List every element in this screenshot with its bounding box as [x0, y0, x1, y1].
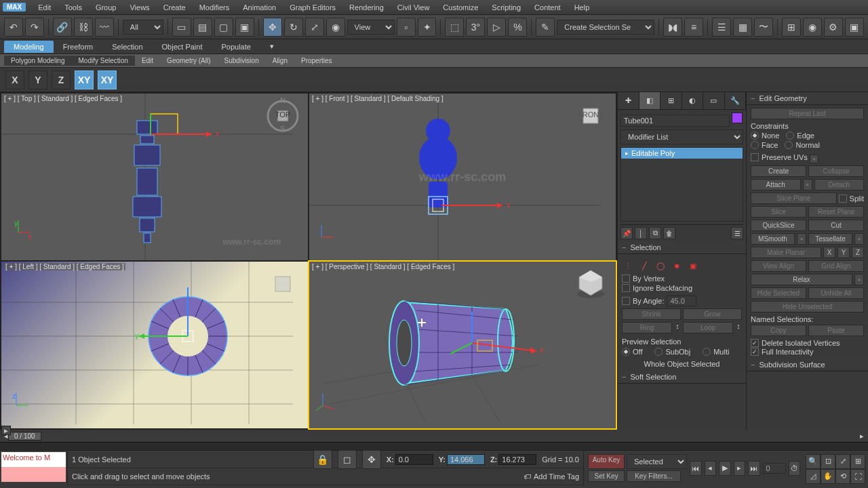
rect-region-button[interactable]: ▢ — [214, 18, 233, 37]
select-name-button[interactable]: ▤ — [193, 18, 212, 37]
full-interactivity-check[interactable]: Full Interactivity — [751, 348, 813, 356]
add-time-tag[interactable]: 🏷 Add Time Tag — [524, 472, 579, 481]
panel-align[interactable]: Align — [266, 56, 294, 66]
preview-off-radio[interactable]: Off — [622, 348, 642, 356]
material-editor[interactable]: ◉ — [803, 18, 822, 37]
menu-views[interactable]: Views — [123, 1, 156, 14]
panel-properties[interactable]: Properties — [294, 56, 339, 66]
viewport-left[interactable]: [ + ] [ Left ] [ Standard ] [ Edged Face… — [1, 262, 308, 428]
element-sel-icon[interactable]: ▣ — [687, 260, 699, 272]
constraint-normal[interactable]: Normal — [785, 141, 819, 149]
border-sel-icon[interactable]: ◯ — [654, 260, 667, 272]
attach-list-icon[interactable]: ▫ — [803, 179, 812, 190]
axis-x[interactable]: X — [5, 70, 24, 89]
menu-modifiers[interactable]: Modifiers — [193, 1, 237, 14]
align-button[interactable]: ≡ — [684, 18, 703, 37]
panel-geometry[interactable]: Geometry (All) — [160, 56, 217, 66]
planar-z[interactable]: Z — [852, 247, 864, 258]
keymode-select[interactable]: Selected — [627, 454, 687, 469]
axis-xy[interactable]: XY — [75, 70, 94, 89]
ring-button[interactable]: Ring — [622, 322, 672, 333]
slider-right-icon[interactable]: ▸ — [860, 432, 864, 441]
modifier-stack[interactable]: Editable Poly — [620, 147, 743, 222]
unlink-button[interactable]: ⛓ — [74, 18, 93, 37]
zoom-icon[interactable]: 🔍 — [806, 454, 821, 469]
make-unique-icon[interactable]: ⧉ — [649, 227, 661, 239]
hierarchy-tab-icon[interactable]: ⊞ — [660, 92, 682, 109]
time-thumb[interactable]: 0 / 100 — [8, 432, 41, 441]
panel-modifysel[interactable]: Modify Selection — [72, 56, 135, 66]
refcoord-select[interactable]: View — [347, 20, 395, 35]
sliceplane-button[interactable]: Slice Plane — [751, 192, 837, 204]
create-button[interactable]: Create — [751, 165, 806, 177]
slice-button[interactable]: Slice — [751, 206, 806, 218]
viewcube-icon[interactable]: FRONT — [574, 99, 608, 133]
manipulate-button[interactable]: ✦ — [418, 18, 437, 37]
preview-multi-radio[interactable]: Multi — [703, 348, 729, 356]
quickslice-button[interactable]: QuickSlice — [751, 220, 806, 231]
mirror-button[interactable]: ◗◖ — [663, 18, 682, 37]
goto-start-icon[interactable]: ⏮ — [690, 461, 702, 476]
by-vertex-check[interactable]: By Vertex — [622, 274, 665, 283]
relax-button[interactable]: Relax — [751, 274, 852, 285]
panel-edit[interactable]: Edit — [135, 56, 160, 66]
viewport-label[interactable]: [ + ] [ Left ] [ Standard ] [ Edged Face… — [4, 263, 125, 270]
menu-create[interactable]: Create — [157, 1, 193, 14]
detach-button[interactable]: Detach — [814, 179, 865, 190]
orbit-icon[interactable]: ⟲ — [835, 469, 850, 484]
placement-button[interactable]: ◉ — [326, 18, 345, 37]
select-button[interactable]: ▭ — [172, 18, 191, 37]
window-crossing-button[interactable]: ▣ — [235, 18, 254, 37]
menu-scripting[interactable]: Scripting — [485, 1, 528, 14]
render-setup[interactable]: ⚙ — [824, 18, 843, 37]
viewcube-icon[interactable] — [574, 267, 608, 301]
collapse-button[interactable]: Collapse — [808, 165, 864, 177]
viewport-label[interactable]: [ + ] [ Top ] [ Standard ] [ Edged Faces… — [4, 95, 122, 102]
menu-edit[interactable]: Edit — [31, 1, 58, 14]
cut-button[interactable]: Cut — [808, 220, 864, 231]
rollout-editgeometry[interactable]: Edit Geometry — [747, 92, 868, 105]
panel-subdivision[interactable]: Subdivision — [218, 56, 266, 66]
time-slider[interactable]: ◂ 0 / 100 ▸ — [0, 430, 868, 442]
time-config-icon[interactable]: ⏱ — [789, 461, 801, 476]
viewport-label[interactable]: [ + ] [ Front ] [ Standard ] [ Default S… — [312, 95, 443, 102]
maximize-vp-icon[interactable]: ⛶ — [850, 469, 865, 484]
snap-toggle[interactable]: ⬚ — [445, 18, 464, 37]
copy-sel-button[interactable]: Copy — [751, 325, 806, 336]
preserve-uv-check[interactable]: Preserve UVs — [751, 153, 808, 161]
object-name-input[interactable] — [620, 115, 730, 127]
angle-snap[interactable]: 3° — [466, 18, 485, 37]
tessellate-button[interactable]: Tessellate — [808, 233, 852, 245]
spinner-snap[interactable]: % — [508, 18, 527, 37]
edge-sel-icon[interactable]: ╱ — [638, 260, 650, 272]
keyfilters-button[interactable]: Key Filters... — [627, 470, 681, 482]
unhideall-button[interactable]: Unhide All — [808, 287, 864, 299]
makeplanar-button[interactable]: Make Planar — [751, 247, 821, 258]
shrink-button[interactable]: Shrink — [622, 308, 681, 320]
curve-editor[interactable]: 〜 — [754, 18, 773, 37]
axis-z[interactable]: Z — [52, 70, 71, 89]
menu-help[interactable]: Help — [568, 1, 597, 14]
stack-item-editablepoly[interactable]: Editable Poly — [621, 148, 743, 159]
menu-customize[interactable]: Customize — [436, 1, 485, 14]
link-button[interactable]: 🔗 — [53, 18, 72, 37]
modify-tab-icon[interactable]: ◧ — [639, 92, 661, 109]
viewport-top[interactable]: [ + ] [ Top ] [ Standard ] [ Edged Faces… — [1, 94, 308, 260]
setkey-button[interactable]: Set Key — [588, 470, 625, 482]
prev-frame-icon[interactable]: ◂ — [705, 461, 717, 476]
tessellate-settings-icon[interactable]: ▫ — [854, 233, 864, 245]
resetplane-button[interactable]: Reset Plane — [808, 206, 864, 218]
viewport-front[interactable]: [ + ] [ Front ] [ Standard ] [ Default S… — [309, 94, 616, 260]
viewcube-icon[interactable]: TOP N S — [266, 99, 300, 133]
menu-animation[interactable]: Animation — [236, 1, 283, 14]
rollout-subdiv[interactable]: Subdivision Surface — [747, 359, 868, 371]
viewalign-button[interactable]: View Align — [751, 260, 806, 272]
next-frame-icon[interactable]: ▸ — [734, 461, 746, 476]
coord-mode-icon[interactable]: ✥ — [362, 450, 381, 469]
preserve-uv-settings[interactable]: ▫ — [810, 155, 819, 163]
coord-z-input[interactable] — [498, 454, 536, 465]
goto-end-icon[interactable]: ⏭ — [748, 461, 760, 476]
layer-explorer[interactable]: ☰ — [712, 18, 731, 37]
named-selset[interactable]: Create Selection Se — [557, 20, 654, 35]
split-check[interactable]: Split — [839, 192, 864, 204]
